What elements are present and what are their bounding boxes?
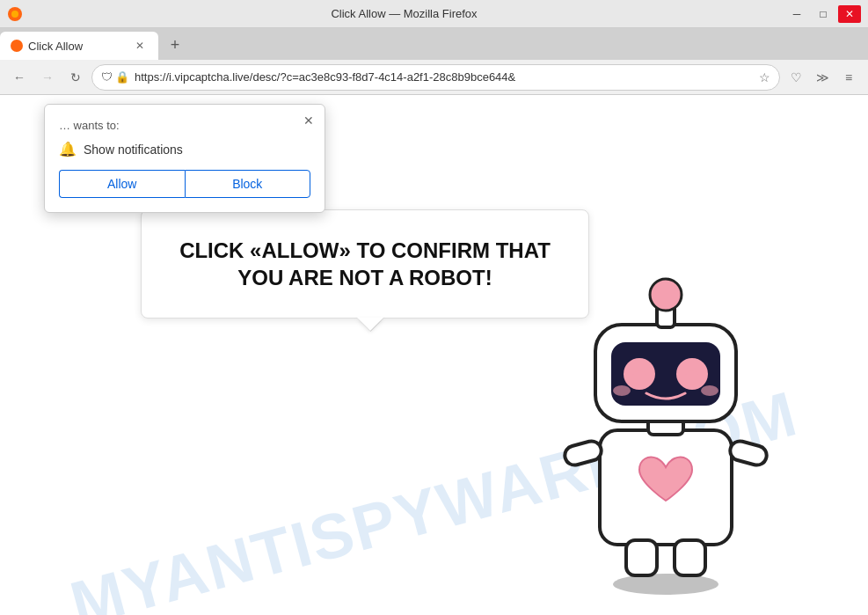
captcha-message: CLICK «ALLOW» TO CONFIRM THAT YOU ARE NO… [177, 237, 553, 291]
svg-rect-4 [563, 439, 603, 467]
popup-wants-text: … wants to: [59, 119, 310, 132]
window-title: Click Allow — Mozilla Firefox [23, 7, 785, 20]
svg-point-13 [632, 370, 646, 384]
address-bar[interactable]: 🛡 🔒 https://i.vipcaptcha.live/desc/?c=ac… [91, 64, 780, 91]
permission-label: Show notifications [84, 143, 183, 157]
allow-button[interactable]: Allow [59, 170, 185, 198]
forward-button[interactable]: → [35, 65, 60, 90]
svg-point-14 [685, 370, 699, 384]
address-bar-icons: 🛡 🔒 [101, 70, 129, 84]
permission-row: 🔔 Show notifications [59, 141, 310, 157]
minimize-button[interactable]: ─ [785, 5, 808, 23]
maximize-button[interactable]: □ [812, 5, 835, 23]
nav-bar: ← → ↻ 🛡 🔒 https://i.vipcaptcha.live/desc… [0, 60, 868, 95]
bookmark-star-icon[interactable]: ☆ [759, 70, 770, 84]
tab-label: Click Allow [28, 40, 127, 53]
tab-favicon-icon [11, 40, 23, 52]
notification-popup: ✕ … wants to: 🔔 Show notifications Allow… [44, 104, 325, 213]
title-bar: Click Allow — Mozilla Firefox ─ □ ✕ [0, 0, 868, 28]
title-bar-left [7, 6, 23, 22]
svg-point-1 [11, 11, 18, 18]
content-area: MYANTISPYWARE.COM ✕ … wants to: 🔔 Show n… [0, 95, 868, 615]
captcha-bubble: CLICK «ALLOW» TO CONFIRM THAT YOU ARE NO… [141, 209, 589, 318]
reload-button[interactable]: ↻ [63, 65, 88, 90]
svg-rect-5 [728, 439, 769, 467]
firefox-logo-icon [7, 6, 23, 22]
svg-point-17 [613, 385, 631, 396]
back-button[interactable]: ← [7, 65, 32, 90]
robot-svg [534, 228, 798, 597]
popup-close-button[interactable]: ✕ [300, 112, 317, 129]
svg-point-18 [701, 385, 718, 396]
window-controls: ─ □ ✕ [785, 5, 861, 23]
shield-icon: 🛡 [101, 70, 113, 84]
bell-icon: 🔔 [59, 141, 77, 157]
tab-close-button[interactable]: ✕ [132, 38, 148, 54]
new-tab-button[interactable]: + [162, 32, 188, 58]
svg-point-16 [650, 279, 682, 311]
svg-point-2 [613, 574, 718, 595]
tab-bar: Click Allow ✕ + [0, 28, 868, 60]
active-tab[interactable]: Click Allow ✕ [0, 32, 158, 60]
svg-rect-6 [626, 540, 657, 575]
close-button[interactable]: ✕ [838, 5, 861, 23]
svg-rect-7 [675, 540, 705, 575]
robot-illustration [534, 228, 798, 597]
heart-button[interactable]: ♡ [784, 65, 808, 90]
lock-icon: 🔒 [115, 70, 129, 84]
url-text: https://i.vipcaptcha.live/desc/?c=ac3e8c… [135, 70, 754, 84]
block-button[interactable]: Block [185, 170, 311, 198]
extensions-button[interactable]: ≫ [810, 65, 835, 90]
menu-button[interactable]: ≡ [836, 65, 861, 90]
notification-buttons: Allow Block [59, 170, 310, 198]
nav-right-buttons: ♡ ≫ ≡ [784, 65, 861, 90]
